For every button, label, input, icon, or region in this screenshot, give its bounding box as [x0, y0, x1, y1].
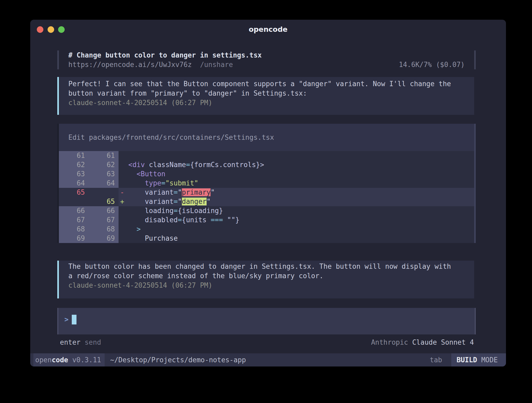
- hint-row: enter send Anthropic Claude Sonnet 4: [57, 338, 476, 347]
- diff-code-line: + variant="danger": [119, 197, 211, 206]
- session-header: # Change button color to danger in setti…: [57, 50, 476, 69]
- message-line: Perfect! I can see that the Button compo…: [68, 79, 474, 89]
- diff-row: 6666 loading={isLoading}: [59, 206, 474, 215]
- diff-line-number-old: 64: [59, 179, 89, 188]
- diff-line-number-new: 67: [89, 215, 119, 225]
- working-directory: ~/Desktop/Projects/demo-notes-app: [110, 353, 246, 366]
- diff-line-number-old: [59, 197, 89, 206]
- title-bar: opencode: [30, 20, 506, 38]
- unshare-command: /unshare: [200, 61, 233, 69]
- message-line: The button color has been changed to dan…: [68, 262, 474, 271]
- diff-line-number-new: 68: [89, 225, 119, 234]
- prompt-symbol: >: [64, 316, 69, 323]
- message-meta: claude-sonnet-4-20250514 (06:27 PM): [68, 281, 474, 290]
- diff-row: 65- variant="primary": [59, 188, 474, 197]
- status-bar: opencode v0.3.11 ~/Desktop/Projects/demo…: [30, 353, 506, 366]
- diff-line-number-old: 63: [59, 169, 89, 179]
- enter-hint: enter send: [60, 338, 101, 347]
- diff-code-line: Purchase: [119, 234, 178, 243]
- diff-code-line: >: [119, 225, 141, 234]
- diff-line-number-old: 62: [59, 160, 89, 169]
- diff-row: 6969 Purchase: [59, 234, 474, 243]
- prompt-input[interactable]: >: [57, 308, 476, 334]
- app-version-chip: opencode v0.3.11: [33, 353, 105, 366]
- diff-row: 6363 <Button: [59, 169, 474, 179]
- diff-title: Edit packages/frontend/src/containers/Se…: [59, 124, 474, 151]
- diff-code-line: loading={isLoading}: [119, 206, 223, 215]
- message-meta: claude-sonnet-4-20250514 (06:27 PM): [68, 98, 474, 107]
- tab-key-hint: tab: [430, 353, 442, 366]
- diff-row: 6262 <div className={formCs.controls}>: [59, 160, 474, 169]
- share-url[interactable]: https://opencode.ai/s/UwJxv76z: [68, 61, 192, 69]
- mode-chip: BUILD MODE: [450, 353, 506, 366]
- diff-line-number-new: [89, 188, 119, 197]
- prompt-line: >: [64, 315, 76, 324]
- context-stats: 14.6K/7% ($0.07): [399, 60, 465, 69]
- diff-line-number-old: 68: [59, 225, 89, 234]
- diff-line-number-old: 67: [59, 215, 89, 225]
- text-cursor: [72, 315, 76, 324]
- diff-code-line: <div className={formCs.controls}>: [119, 160, 264, 169]
- model-indicator: Anthropic Claude Sonnet 4: [371, 338, 474, 347]
- diff-line-number-new: 61: [89, 151, 119, 160]
- assistant-message: Perfect! I can see that the Button compo…: [57, 77, 474, 115]
- message-line: button variant from "primary" to "danger…: [68, 89, 474, 98]
- diff-row: 6464 type="submit": [59, 179, 474, 188]
- diff-line-number-old: 65: [59, 188, 89, 197]
- opencode-window: opencode # Change button color to danger…: [30, 20, 506, 366]
- diff-line-number-new: 66: [89, 206, 119, 215]
- diff-line-number-new: 63: [89, 169, 119, 179]
- diff-code-line: disabled={units === ""}: [119, 215, 239, 225]
- diff-code-line: type="submit": [119, 179, 198, 188]
- diff-line-number-new: 62: [89, 160, 119, 169]
- assistant-message: The button color has been changed to dan…: [57, 261, 474, 298]
- diff-line-number-new: 65: [89, 197, 119, 206]
- message-line: a red/rose color scheme instead of the b…: [68, 271, 474, 281]
- session-title: # Change button color to danger in setti…: [68, 50, 262, 60]
- diff-rows: 6161 6262 <div className={formCs.control…: [59, 151, 474, 243]
- diff-line-number-new: 64: [89, 179, 119, 188]
- diff-row: 65+ variant="danger": [59, 197, 474, 206]
- diff-line-number-new: 69: [89, 234, 119, 243]
- diff-line-number-old: 69: [59, 234, 89, 243]
- diff-row: 6161: [59, 151, 474, 160]
- diff-code-line: <Button: [119, 169, 165, 179]
- session-share-line: https://opencode.ai/s/UwJxv76z /unshare: [68, 60, 233, 69]
- diff-block: Edit packages/frontend/src/containers/Se…: [57, 124, 476, 243]
- diff-row: 6868 >: [59, 225, 474, 234]
- diff-line-number-old: 66: [59, 206, 89, 215]
- diff-line-number-old: 61: [59, 151, 89, 160]
- diff-code-line: [119, 151, 128, 160]
- diff-code-line: - variant="primary": [119, 188, 215, 197]
- diff-row: 6767 disabled={units === ""}: [59, 215, 474, 225]
- window-title: opencode: [30, 20, 506, 38]
